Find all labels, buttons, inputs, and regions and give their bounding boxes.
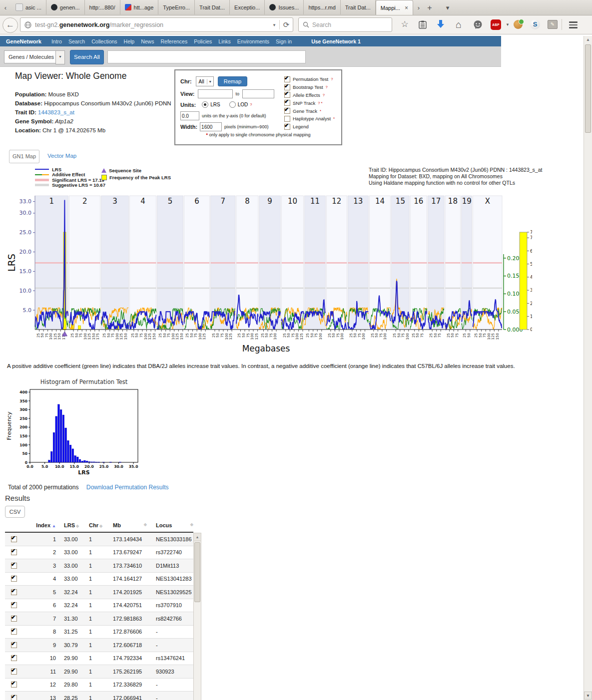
- info-value[interactable]: 1443823_s_at: [36, 109, 74, 115]
- csv-button[interactable]: CSV: [5, 506, 25, 518]
- nav-item-links[interactable]: Links: [218, 38, 231, 44]
- nav-item-news[interactable]: News: [141, 38, 154, 44]
- lrs-radio[interactable]: [202, 101, 208, 108]
- table-row[interactable]: 930.791172.606718-: [5, 639, 193, 652]
- row-checkbox[interactable]: [11, 589, 17, 595]
- table-row[interactable]: 1328.251172.066941-: [5, 692, 193, 700]
- nav-use-genenetwork1[interactable]: Use GeneNetwork 1: [311, 38, 361, 44]
- table-row[interactable]: 1029.901174.792334rs13476241: [5, 652, 193, 666]
- adblock-icon[interactable]: ABP: [491, 19, 501, 30]
- view-to-input[interactable]: [242, 89, 274, 98]
- lod-radio[interactable]: [229, 101, 236, 108]
- remap-button[interactable]: Remap: [218, 76, 247, 86]
- browser-tab[interactable]: http:...880/: [85, 0, 120, 14]
- browser-search-field[interactable]: Search: [298, 17, 392, 32]
- row-checkbox[interactable]: [11, 576, 17, 582]
- skype-addon-icon[interactable]: S: [530, 19, 540, 29]
- col-header-locus[interactable]: Locus◆: [152, 522, 193, 528]
- reload-icon[interactable]: ⟳: [280, 20, 293, 29]
- home-icon[interactable]: ⌂: [453, 18, 465, 31]
- row-checkbox[interactable]: [11, 536, 17, 542]
- screenshot-addon-icon[interactable]: ✎: [548, 20, 558, 29]
- nav-item-help[interactable]: Help: [124, 38, 135, 44]
- nav-item-search[interactable]: Search: [68, 38, 85, 44]
- hamburger-menu-icon[interactable]: [569, 20, 581, 33]
- table-row[interactable]: 333.001173.734610D1Mit113: [5, 559, 193, 573]
- option-help[interactable]: ?: [331, 77, 333, 81]
- nav-item-policies[interactable]: Policies: [194, 38, 212, 44]
- browser-tab[interactable]: Trait Dat...: [341, 0, 376, 14]
- view-from-input[interactable]: [198, 89, 233, 98]
- browser-tab[interactable]: Mappi...×: [376, 0, 413, 15]
- table-row[interactable]: 1229.801172.336829-: [5, 679, 193, 692]
- checkbox[interactable]: [284, 76, 290, 82]
- search-all-button[interactable]: Search All: [70, 50, 104, 64]
- tab-gn1-map[interactable]: GN1 Map: [9, 150, 39, 163]
- table-scroll-thumb[interactable]: [194, 542, 200, 602]
- option-help[interactable]: *: [333, 116, 335, 121]
- row-checkbox[interactable]: [11, 629, 17, 635]
- table-row[interactable]: 831.251172.876606-: [5, 626, 193, 639]
- row-checkbox[interactable]: [11, 695, 17, 700]
- checkbox[interactable]: [284, 124, 290, 130]
- row-checkbox[interactable]: [11, 669, 17, 675]
- nav-item-collections[interactable]: Collections: [91, 38, 117, 44]
- checkbox[interactable]: [284, 108, 290, 114]
- yaxis-units-input[interactable]: [180, 111, 199, 120]
- browser-tab[interactable]: TypeErro...: [158, 0, 195, 14]
- scroll-up-icon[interactable]: ▲: [194, 533, 201, 541]
- browser-tab[interactable]: asic ...: [11, 0, 46, 14]
- row-checkbox[interactable]: [11, 616, 17, 622]
- chat-icon[interactable]: [472, 18, 484, 31]
- col-header-index[interactable]: Index▲: [27, 522, 58, 528]
- new-tab-button[interactable]: +: [424, 0, 435, 15]
- row-checkbox[interactable]: [11, 549, 17, 555]
- browser-tab[interactable]: Issues...: [265, 0, 304, 14]
- width-input[interactable]: [200, 122, 222, 131]
- checkbox[interactable]: [284, 92, 290, 98]
- option-help[interactable]: ? *: [318, 101, 322, 105]
- row-checkbox[interactable]: [11, 642, 17, 648]
- search-category-caret-icon[interactable]: ▾: [55, 50, 65, 64]
- bookmark-star-icon[interactable]: ☆: [399, 18, 411, 31]
- browser-tab[interactable]: https...r.md: [304, 0, 340, 14]
- tab-vector-map[interactable]: Vector Map: [47, 153, 76, 159]
- table-row[interactable]: 433.001174.164127NES13041283: [5, 573, 193, 586]
- browser-tab[interactable]: Exceptio...: [230, 0, 265, 14]
- row-checkbox[interactable]: [11, 682, 17, 688]
- table-row[interactable]: 532.241174.201925NES13029525: [5, 586, 193, 599]
- option-help[interactable]: ?: [323, 93, 325, 97]
- list-all-tabs-icon[interactable]: ▾: [442, 0, 453, 15]
- search-category-select[interactable]: Genes / Molecules: [4, 50, 60, 63]
- option-help[interactable]: ?: [326, 85, 328, 89]
- download-permutation-link[interactable]: Download Permutation Results: [86, 484, 169, 491]
- table-row[interactable]: 133.001173.149434NES13033186: [5, 533, 193, 546]
- option-help[interactable]: *: [320, 109, 321, 113]
- tab-scroll-right-icon[interactable]: ›: [413, 0, 424, 15]
- table-row[interactable]: 632.241174.420751rs3707910: [5, 599, 193, 613]
- checkbox[interactable]: [284, 84, 290, 90]
- tab-scroll-left-icon[interactable]: ‹: [0, 0, 11, 15]
- nav-item-sign-in[interactable]: Sign in: [276, 38, 292, 44]
- row-checkbox[interactable]: [11, 602, 17, 608]
- browser-tab[interactable]: genen...: [46, 0, 85, 14]
- checkbox[interactable]: [284, 100, 290, 106]
- scroll-up-icon[interactable]: ▲: [584, 36, 592, 44]
- url-text[interactable]: test-gn2.genenetwork.org/marker_regressi…: [35, 21, 269, 28]
- col-header-lrs[interactable]: LRS◆: [58, 522, 84, 528]
- browser-tab[interactable]: htt...age: [120, 0, 159, 14]
- scroll-down-icon[interactable]: ▼: [584, 692, 592, 700]
- table-row[interactable]: 1129.901175.262195930923: [5, 665, 193, 679]
- bookmarks-menu-icon[interactable]: [417, 18, 429, 31]
- col-header-chr[interactable]: Chr◆: [84, 522, 107, 528]
- back-button[interactable]: ←: [2, 17, 18, 33]
- lod-help[interactable]: ?: [250, 102, 252, 107]
- url-bar[interactable]: test-gn2.genenetwork.org/marker_regressi…: [20, 17, 293, 32]
- url-dropdown-icon[interactable]: ▾: [269, 22, 279, 27]
- row-checkbox[interactable]: [11, 563, 17, 569]
- downloads-icon[interactable]: [435, 18, 447, 31]
- adblock-caret-icon[interactable]: ▾: [502, 18, 514, 31]
- page-scroll-thumb[interactable]: [585, 44, 591, 133]
- nav-item-environments[interactable]: Environments: [237, 38, 269, 44]
- row-checkbox[interactable]: [11, 655, 17, 661]
